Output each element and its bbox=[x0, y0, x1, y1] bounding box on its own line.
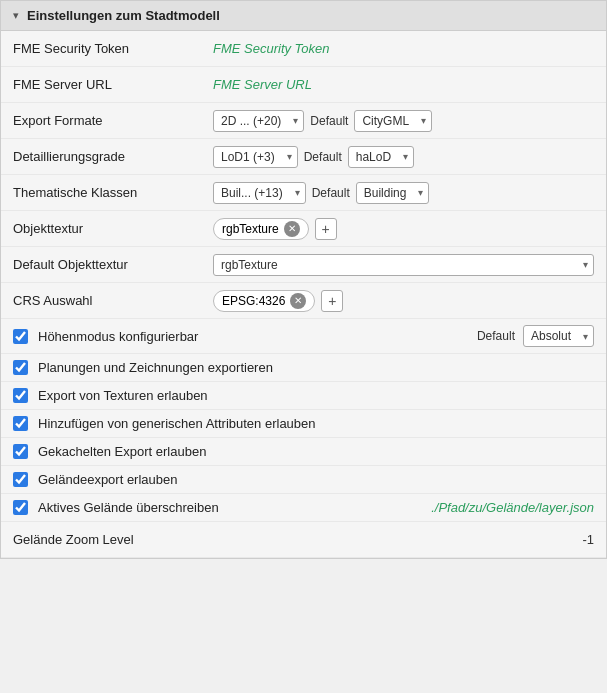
thematische-klassen-label: Thematische Klassen bbox=[13, 185, 213, 200]
crs-tag-text: EPSG:4326 bbox=[222, 294, 285, 308]
crs-remove-btn[interactable]: ✕ bbox=[290, 293, 306, 309]
default-objekttextur-row: Default Objekttextur rgbTexture bbox=[1, 247, 606, 283]
crs-auswahl-label: CRS Auswahl bbox=[13, 293, 213, 308]
cb4-row: Gekachelten Export erlauben bbox=[1, 438, 606, 466]
export-formate-label: Export Formate bbox=[13, 113, 213, 128]
aktives-gelande-row: Aktives Gelände überschreiben ./Pfad/zu/… bbox=[1, 494, 606, 522]
fme-server-url-value: FME Server URL bbox=[213, 77, 594, 92]
hoehenmodus-default: Default bbox=[477, 329, 515, 343]
fme-security-token-label: FME Security Token bbox=[13, 41, 213, 56]
objekttextur-remove-btn[interactable]: ✕ bbox=[284, 221, 300, 237]
detaillierungsgrade-row: Detaillierungsgrade LoD1 (+3) Default ha… bbox=[1, 139, 606, 175]
fme-server-url-input[interactable]: FME Server URL bbox=[213, 77, 312, 92]
crs-add-btn[interactable]: + bbox=[321, 290, 343, 312]
aktives-gelande-path[interactable]: ./Pfad/zu/Gelände/layer.json bbox=[431, 500, 594, 515]
gelande-zoom-label: Gelände Zoom Level bbox=[13, 532, 213, 547]
chevron-down-icon[interactable]: ▾ bbox=[13, 9, 19, 22]
cb3-label: Hinzufügen von generischen Attributen er… bbox=[38, 416, 316, 431]
cb1-row: Planungen und Zeichnungen exportieren bbox=[1, 354, 606, 382]
cb5-checkbox[interactable] bbox=[13, 472, 28, 487]
gelande-zoom-row: Gelände Zoom Level -1 bbox=[1, 522, 606, 558]
thematische-klassen-value: Buil... (+13) Default Building bbox=[213, 182, 594, 204]
objekttextur-add-btn[interactable]: + bbox=[315, 218, 337, 240]
export-formate-dropdown1[interactable]: 2D ... (+20) bbox=[213, 110, 304, 132]
fme-server-url-row: FME Server URL FME Server URL bbox=[1, 67, 606, 103]
panel-title: Einstellungen zum Stadtmodell bbox=[27, 8, 220, 23]
export-formate-value: 2D ... (+20) Default CityGML bbox=[213, 110, 594, 132]
cb4-checkbox[interactable] bbox=[13, 444, 28, 459]
detaillierungsgrade-label: Detaillierungsgrade bbox=[13, 149, 213, 164]
fme-security-token-row: FME Security Token FME Security Token bbox=[1, 31, 606, 67]
cb1-checkbox[interactable] bbox=[13, 360, 28, 375]
crs-tag: EPSG:4326 ✕ bbox=[213, 290, 315, 312]
gelande-zoom-number: -1 bbox=[582, 532, 594, 547]
export-formate-default: Default bbox=[310, 114, 348, 128]
default-objekttextur-value: rgbTexture bbox=[213, 254, 594, 276]
default-objekttextur-dropdown[interactable]: rgbTexture bbox=[213, 254, 594, 276]
thematische-klassen-dropdown2[interactable]: Building bbox=[356, 182, 430, 204]
fme-server-url-label: FME Server URL bbox=[13, 77, 213, 92]
thematische-klassen-row: Thematische Klassen Buil... (+13) Defaul… bbox=[1, 175, 606, 211]
aktives-gelande-checkbox[interactable] bbox=[13, 500, 28, 515]
aktives-gelande-label: Aktives Gelände überschreiben bbox=[38, 500, 219, 515]
cb3-checkbox[interactable] bbox=[13, 416, 28, 431]
crs-auswahl-value: EPSG:4326 ✕ + bbox=[213, 290, 594, 312]
gelande-zoom-value: -1 bbox=[213, 532, 594, 547]
cb2-label: Export von Texturen erlauben bbox=[38, 388, 208, 403]
settings-panel: ▾ Einstellungen zum Stadtmodell FME Secu… bbox=[0, 0, 607, 559]
cb3-row: Hinzufügen von generischen Attributen er… bbox=[1, 410, 606, 438]
hoehenmodus-row: Höhenmodus konfigurierbar Default Absolu… bbox=[1, 319, 606, 354]
objekttextur-tag: rgbTexture ✕ bbox=[213, 218, 309, 240]
cb4-label: Gekachelten Export erlauben bbox=[38, 444, 206, 459]
hoehenmodus-label: Höhenmodus konfigurierbar bbox=[38, 329, 198, 344]
objekttextur-row: Objekttextur rgbTexture ✕ + bbox=[1, 211, 606, 247]
objekttextur-tag-text: rgbTexture bbox=[222, 222, 279, 236]
objekttextur-value: rgbTexture ✕ + bbox=[213, 218, 594, 240]
cb5-row: Geländeexport erlauben bbox=[1, 466, 606, 494]
detaillierungsgrade-dropdown2[interactable]: haLoD bbox=[348, 146, 414, 168]
cb1-label: Planungen und Zeichnungen exportieren bbox=[38, 360, 273, 375]
crs-auswahl-row: CRS Auswahl EPSG:4326 ✕ + bbox=[1, 283, 606, 319]
detaillierungsgrade-dropdown1[interactable]: LoD1 (+3) bbox=[213, 146, 298, 168]
export-formate-dropdown2[interactable]: CityGML bbox=[354, 110, 432, 132]
export-formate-row: Export Formate 2D ... (+20) Default City… bbox=[1, 103, 606, 139]
thematische-klassen-dropdown1[interactable]: Buil... (+13) bbox=[213, 182, 306, 204]
default-objekttextur-label: Default Objekttextur bbox=[13, 257, 213, 272]
hoehenmodus-checkbox[interactable] bbox=[13, 329, 28, 344]
hoehenmodus-dropdown[interactable]: Absolut bbox=[523, 325, 594, 347]
cb5-label: Geländeexport erlauben bbox=[38, 472, 178, 487]
cb2-checkbox[interactable] bbox=[13, 388, 28, 403]
detaillierungsgrade-value: LoD1 (+3) Default haLoD bbox=[213, 146, 594, 168]
thematische-klassen-default: Default bbox=[312, 186, 350, 200]
detaillierungsgrade-default: Default bbox=[304, 150, 342, 164]
cb2-row: Export von Texturen erlauben bbox=[1, 382, 606, 410]
panel-header: ▾ Einstellungen zum Stadtmodell bbox=[1, 1, 606, 31]
objekttextur-label: Objekttextur bbox=[13, 221, 213, 236]
fme-security-token-value: FME Security Token bbox=[213, 41, 594, 56]
fme-security-token-input[interactable]: FME Security Token bbox=[213, 41, 330, 56]
